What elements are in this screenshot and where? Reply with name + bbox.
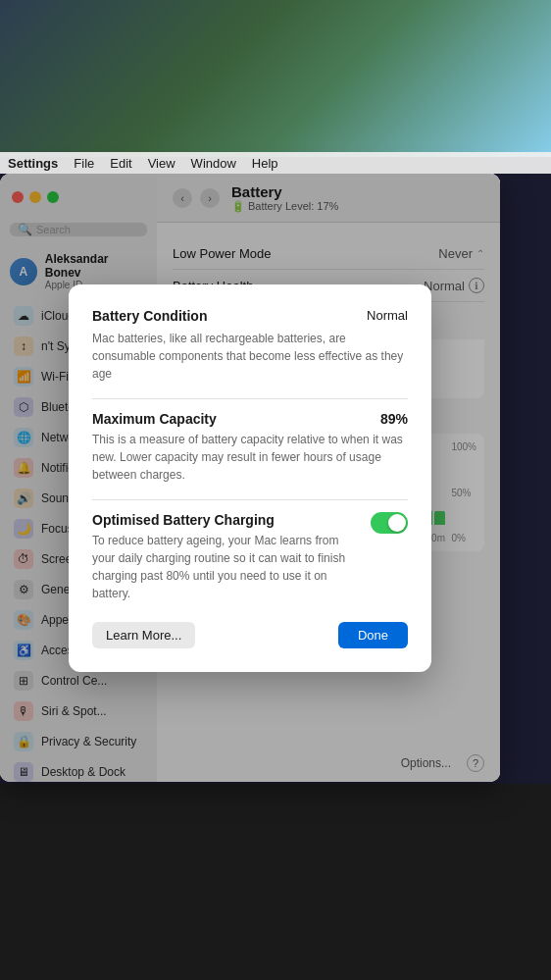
menubar-window[interactable]: Window bbox=[191, 156, 236, 171]
condition-title: Battery Condition bbox=[92, 308, 207, 324]
battery-condition-modal: Battery Condition Normal Mac batteries, … bbox=[69, 284, 431, 672]
modal-overlay: Battery Condition Normal Mac batteries, … bbox=[0, 174, 500, 782]
capacity-desc: This is a measure of battery capacity re… bbox=[92, 431, 408, 484]
capacity-value: 89% bbox=[380, 411, 408, 427]
optimised-title: Optimised Battery Charging bbox=[92, 512, 359, 528]
menubar-edit[interactable]: Edit bbox=[110, 156, 131, 171]
optimised-toggle[interactable] bbox=[371, 512, 408, 534]
divider-1 bbox=[92, 398, 408, 399]
done-button[interactable]: Done bbox=[338, 622, 408, 648]
divider-2 bbox=[92, 499, 408, 500]
menubar-file[interactable]: File bbox=[74, 156, 94, 171]
menubar-view[interactable]: View bbox=[148, 156, 175, 171]
modal-footer: Learn More... Done bbox=[92, 622, 408, 648]
learn-more-button[interactable]: Learn More... bbox=[92, 622, 195, 648]
condition-desc: Mac batteries, like all rechargeable bat… bbox=[92, 330, 408, 383]
optimised-desc: To reduce battery ageing, your Mac learn… bbox=[92, 532, 359, 602]
condition-value: Normal bbox=[367, 308, 408, 323]
menubar-settings[interactable]: Settings bbox=[8, 156, 58, 171]
toggle-knob bbox=[388, 514, 406, 532]
menubar: Settings File Edit View Window Help bbox=[0, 152, 551, 174]
menubar-help[interactable]: Help bbox=[252, 156, 278, 171]
capacity-title: Maximum Capacity bbox=[92, 411, 217, 427]
